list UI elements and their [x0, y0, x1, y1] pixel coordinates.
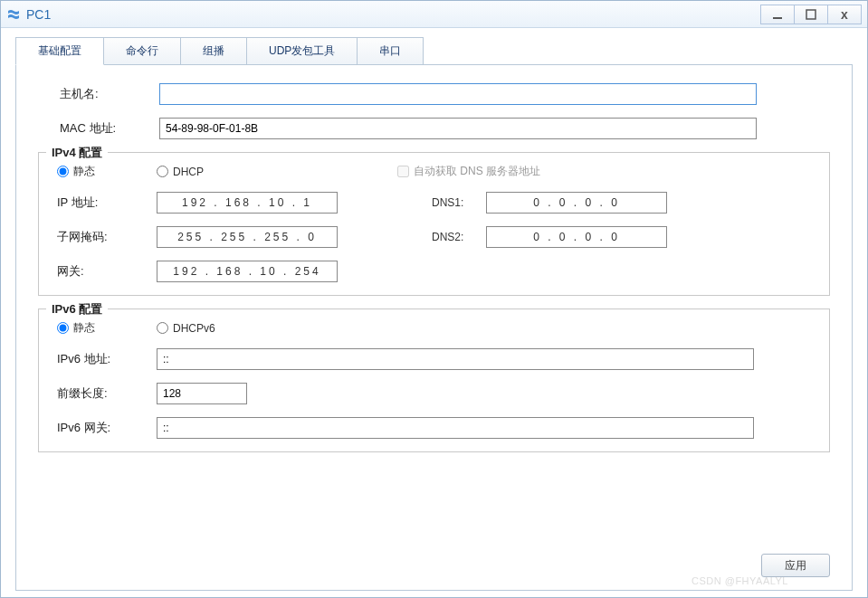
- ipv4-dhcp-label: DHCP: [173, 166, 204, 178]
- tab-serial[interactable]: 串口: [357, 37, 424, 65]
- ipv6-prefix-input[interactable]: [157, 383, 247, 404]
- window-controls: x: [761, 5, 862, 24]
- ipv6-gateway-input[interactable]: [157, 417, 754, 439]
- mac-label: MAC 地址:: [60, 120, 159, 137]
- ipv4-static-label: 静态: [73, 164, 95, 179]
- watermark: CSDN @FHYAALYL: [692, 575, 788, 586]
- ipv4-legend: IPv4 配置: [46, 145, 108, 161]
- hostname-label: 主机名:: [60, 86, 159, 102]
- mac-input[interactable]: [159, 118, 757, 139]
- tab-multicast[interactable]: 组播: [180, 37, 247, 65]
- hostname-input[interactable]: [159, 83, 757, 105]
- gateway-input[interactable]: 192 . 168 . 10 . 254: [157, 261, 338, 282]
- ipv6-prefix-label: 前缀长度:: [57, 385, 157, 402]
- ipv6-dhcp-label: DHCPv6: [173, 322, 215, 335]
- apply-button[interactable]: 应用: [761, 554, 830, 577]
- ipv6-address-label: IPv6 地址:: [57, 351, 157, 367]
- ipv4-static-radio-group[interactable]: 静态: [57, 164, 95, 179]
- ipv4-dhcp-radio[interactable]: [157, 166, 168, 177]
- auto-dns-checkbox[interactable]: [397, 166, 409, 177]
- subnet-mask-label: 子网掩码:: [57, 229, 157, 245]
- dns2-label: DNS2:: [432, 231, 486, 243]
- minimize-button[interactable]: [760, 5, 795, 24]
- ipv6-fieldset: IPv6 配置 静态 DHCPv6 IPv6 地址: 前缀长度:: [38, 308, 830, 452]
- ipv6-legend: IPv6 配置: [46, 301, 108, 318]
- ipv4-fieldset: IPv4 配置 静态 DHCP 自动获取 DNS 服务器地址 IP 地址: 19…: [38, 152, 830, 296]
- ipv6-address-input[interactable]: [157, 348, 754, 370]
- ipv6-gateway-label: IPv6 网关:: [57, 420, 157, 436]
- ipv6-static-radio[interactable]: [57, 322, 69, 334]
- app-icon: [6, 7, 21, 22]
- maximize-button[interactable]: [794, 5, 828, 24]
- subnet-mask-input[interactable]: 255 . 255 . 255 . 0: [157, 226, 338, 248]
- svg-rect-1: [806, 10, 816, 19]
- ip-address-label: IP 地址:: [57, 195, 157, 211]
- titlebar: PC1 x: [1, 1, 867, 28]
- close-button[interactable]: x: [827, 5, 862, 24]
- window-title: PC1: [26, 7, 761, 22]
- tab-basic-config[interactable]: 基础配置: [15, 37, 104, 65]
- tab-udp-tool[interactable]: UDP发包工具: [246, 37, 358, 65]
- svg-rect-0: [773, 17, 782, 19]
- auto-dns-checkbox-group[interactable]: 自动获取 DNS 服务器地址: [397, 164, 540, 179]
- ipv4-dhcp-radio-group[interactable]: DHCP: [157, 166, 204, 178]
- app-window: PC1 x 基础配置 命令行 组播 UDP发包工具 串口 主机名: MAC 地址…: [0, 0, 868, 598]
- dns1-label: DNS1:: [432, 196, 486, 209]
- dns1-input[interactable]: 0 . 0 . 0 . 0: [486, 192, 667, 214]
- footer: 应用: [761, 554, 830, 577]
- ipv6-static-radio-group[interactable]: 静态: [57, 320, 95, 336]
- gateway-label: 网关:: [57, 263, 157, 280]
- tab-bar: 基础配置 命令行 组播 UDP发包工具 串口: [1, 28, 867, 65]
- ip-address-input[interactable]: 192 . 168 . 10 . 1: [157, 192, 338, 214]
- ipv6-static-label: 静态: [73, 320, 95, 336]
- ipv6-dhcp-radio-group[interactable]: DHCPv6: [157, 322, 215, 335]
- tab-command-line[interactable]: 命令行: [103, 37, 181, 65]
- ipv4-static-radio[interactable]: [57, 166, 69, 177]
- dns2-input[interactable]: 0 . 0 . 0 . 0: [486, 226, 667, 248]
- ipv6-dhcp-radio[interactable]: [157, 322, 168, 334]
- content-panel: 主机名: MAC 地址: IPv4 配置 静态 DHCP 自动获取 DNS: [15, 64, 853, 591]
- auto-dns-label: 自动获取 DNS 服务器地址: [414, 164, 540, 179]
